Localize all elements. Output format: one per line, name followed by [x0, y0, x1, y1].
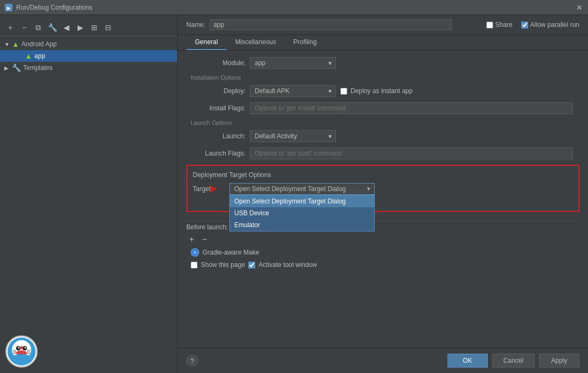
- launch-row: Launch: Default Activity ▼: [186, 130, 579, 142]
- move-down-button[interactable]: ▶: [74, 22, 86, 33]
- allow-parallel-checkbox[interactable]: [521, 22, 528, 29]
- copy-config-button[interactable]: ⧉: [32, 22, 44, 33]
- expand-arrow: ▼: [4, 41, 11, 47]
- svg-point-18: [11, 354, 32, 363]
- deploy-select-wrapper: Default APK ▼: [250, 85, 336, 97]
- svg-point-20: [193, 251, 197, 254]
- launch-select[interactable]: Default Activity: [250, 130, 336, 142]
- move-up-button[interactable]: ◀: [60, 22, 72, 33]
- templates-label: Templates: [23, 64, 53, 72]
- target-dropdown-selected[interactable]: Open Select Deployment Target Dialog: [229, 183, 375, 195]
- install-flags-input[interactable]: [250, 102, 573, 114]
- deployment-target-box: Deployment Target Options Target: ➤ Open…: [186, 165, 579, 212]
- svg-point-17: [20, 346, 23, 349]
- name-label: Name:: [186, 21, 205, 29]
- add-before-launch-button[interactable]: +: [186, 234, 197, 245]
- templates-arrow: ▶: [4, 65, 11, 71]
- settings-button[interactable]: 🔧: [46, 22, 58, 33]
- name-input[interactable]: [209, 19, 452, 30]
- install-flags-label: Install Flags:: [186, 104, 246, 112]
- svg-point-8: [18, 347, 19, 348]
- installation-options-label: Installation Options: [186, 74, 579, 81]
- deploy-instant-checkbox[interactable]: [340, 88, 347, 95]
- module-label: Module:: [186, 59, 246, 67]
- launch-flags-row: Launch Flags:: [186, 147, 579, 159]
- tabs: General Miscellaneous Profiling: [178, 35, 588, 51]
- tab-general[interactable]: General: [186, 35, 227, 50]
- share-checkbox-label[interactable]: Share: [486, 21, 513, 29]
- launch-flags-label: Launch Flags:: [186, 150, 246, 157]
- tree-item-app[interactable]: ▲ app: [0, 50, 177, 62]
- remove-config-button[interactable]: −: [18, 22, 30, 33]
- content-area: Name: Share Allow parallel run General M…: [178, 15, 588, 373]
- dropdown-item-open-dialog[interactable]: Open Select Deployment Target Dialog: [230, 195, 374, 207]
- ok-button[interactable]: OK: [447, 354, 488, 368]
- android-icon: ▲: [12, 40, 19, 48]
- before-launch-toolbar: + −: [186, 233, 579, 246]
- deploy-select[interactable]: Default APK: [250, 85, 336, 97]
- tab-profiling[interactable]: Profiling: [285, 35, 325, 50]
- dropdown-item-usb-device[interactable]: USB Device: [230, 207, 374, 219]
- sidebar-toolbar: + − ⧉ 🔧 ◀ ▶ ⊞ ⊟: [0, 19, 177, 36]
- form-area: Module: app ▼ Installation Options Deplo…: [178, 51, 588, 348]
- deploy-label: Deploy:: [186, 87, 246, 95]
- red-arrow-icon: ➤: [208, 182, 218, 196]
- launch-flags-input[interactable]: [250, 147, 573, 159]
- share-checkbox[interactable]: [486, 22, 493, 29]
- avatar-container: [5, 335, 38, 368]
- window-icon: ▶: [4, 3, 13, 12]
- activate-tool-checkbox[interactable]: [248, 262, 255, 269]
- gradle-icon: [191, 248, 199, 257]
- bottom-bar: ? OK Cancel Apply: [178, 348, 588, 373]
- title-bar: ▶ Run/Debug Configurations ✕: [0, 0, 588, 15]
- target-dropdown-menu: Open Select Deployment Target Dialog USB…: [229, 195, 375, 231]
- install-flags-row: Install Flags:: [186, 102, 579, 114]
- close-button[interactable]: ✕: [575, 3, 584, 12]
- module-row: Module: app ▼: [186, 57, 579, 69]
- group-button[interactable]: ⊟: [102, 22, 114, 33]
- avatar-image: [7, 337, 37, 367]
- cancel-button[interactable]: Cancel: [492, 354, 535, 368]
- name-row: Name: Share Allow parallel run: [178, 15, 588, 35]
- target-dropdown-container: ➤ Open Select Deployment Target Dialog O…: [229, 183, 375, 195]
- show-page-checkbox[interactable]: [191, 262, 198, 269]
- wrench-icon: 🔧: [12, 64, 21, 72]
- add-config-button[interactable]: +: [4, 22, 16, 33]
- launch-label: Launch:: [186, 132, 246, 140]
- android-app-label: Android App: [22, 40, 57, 48]
- sort-button[interactable]: ⊞: [88, 22, 100, 33]
- module-select[interactable]: app: [250, 57, 336, 69]
- gradle-make-item[interactable]: Gradle-aware Make: [186, 246, 579, 259]
- app-label: app: [34, 52, 45, 60]
- header-right: Share Allow parallel run: [486, 21, 579, 29]
- tree-item-templates[interactable]: ▶ 🔧 Templates: [0, 62, 177, 74]
- dropdown-item-emulator[interactable]: Emulator: [230, 219, 374, 231]
- sidebar: + − ⧉ 🔧 ◀ ▶ ⊞ ⊟ ▼ ▲ Android App ▲ app ▶ …: [0, 15, 178, 373]
- allow-parallel-label[interactable]: Allow parallel run: [521, 21, 579, 29]
- launch-select-wrapper: Default Activity ▼: [250, 130, 336, 142]
- svg-text:▶: ▶: [7, 5, 11, 11]
- tab-miscellaneous[interactable]: Miscellaneous: [227, 35, 285, 50]
- target-row: Target: ➤ Open Select Deployment Target …: [193, 183, 573, 195]
- apply-button[interactable]: Apply: [539, 354, 579, 368]
- launch-options-label: Launch Options: [186, 119, 579, 126]
- deploy-row: Deploy: Default APK ▼ Deploy as instant …: [186, 85, 579, 97]
- help-button[interactable]: ?: [186, 355, 198, 367]
- window-title: Run/Debug Configurations: [16, 4, 575, 11]
- deploy-instant-label[interactable]: Deploy as instant app: [340, 87, 412, 95]
- app-android-icon: ▲: [25, 52, 32, 60]
- svg-point-9: [24, 347, 26, 348]
- tree-item-android-app[interactable]: ▼ ▲ Android App: [0, 38, 177, 50]
- show-page-row: Show this page Activate tool window: [186, 259, 579, 271]
- remove-before-launch-button[interactable]: −: [199, 234, 210, 245]
- module-select-wrapper: app ▼: [250, 57, 336, 69]
- deployment-target-label: Deployment Target Options: [193, 171, 573, 179]
